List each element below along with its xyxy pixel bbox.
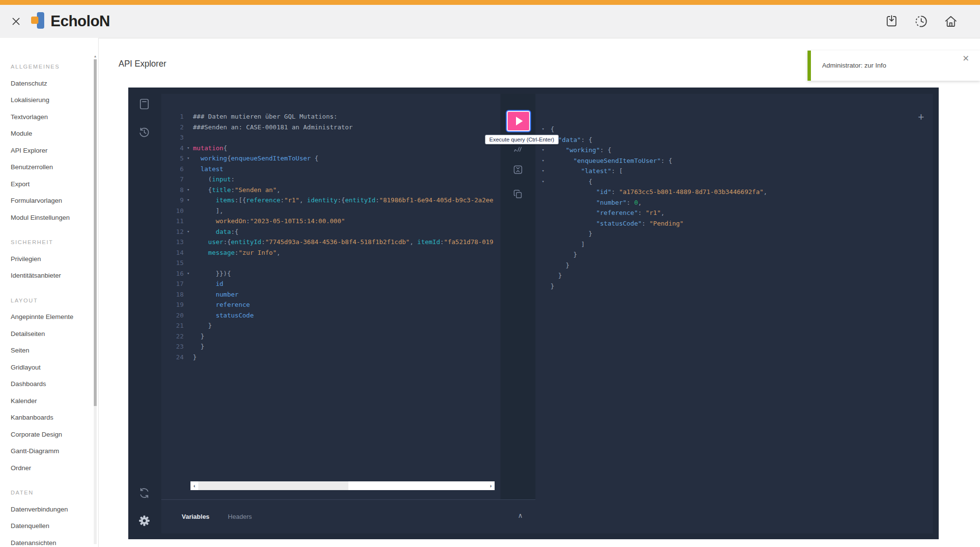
scroll-up-arrow-icon[interactable]: ▲ [93, 54, 97, 58]
add-tab-icon[interactable]: + [918, 112, 924, 122]
query-line[interactable]: 10 ], [161, 206, 500, 216]
sidebar-item-kalender[interactable]: Kalender [11, 393, 98, 410]
sidebar-item-datenansichten[interactable]: Datenansichten [11, 535, 98, 547]
close-icon [11, 16, 21, 27]
settings-sidebar: ALLGEMEINESDatenschutzLokalisierungTextv… [0, 38, 99, 547]
sidebar-item-modul-einstellungen[interactable]: Modul Einstellungen [11, 210, 98, 227]
refetch-schema-button[interactable] [138, 487, 151, 499]
response-viewer: ▾{▾ "data": {▾ "working": {▾ "enqueueSen… [535, 124, 933, 291]
collapse-chevron-icon[interactable]: ∧ [518, 512, 523, 519]
fold-arrow-icon[interactable]: ▾ [184, 195, 193, 206]
sidebar-item-angepinnte-elemente[interactable]: Angepinnte Elemente [11, 309, 98, 326]
sidebar-item-dashboards[interactable]: Dashboards [11, 376, 98, 393]
sidebar-item-corporate-design[interactable]: Corporate Design [11, 426, 98, 443]
prettify-icon [513, 144, 523, 155]
merge-icon [513, 164, 523, 175]
sidebar-scrollbar[interactable]: ▲ [93, 38, 97, 547]
query-line[interactable]: 4▾mutation{ [161, 143, 500, 154]
scroll-left-button[interactable]: ‹ [190, 481, 198, 490]
query-line[interactable]: 11 workedOn:"2023-05-10T15:14:00.000" [161, 216, 500, 227]
sidebar-item-export[interactable]: Export [11, 176, 98, 193]
refresh-icon [138, 487, 151, 499]
history-panel-button[interactable] [138, 126, 151, 139]
sidebar-item-formularvorlagen[interactable]: Formularvorlagen [11, 193, 98, 210]
sidebar-item-datenquellen[interactable]: Datenquellen [11, 518, 98, 535]
scroll-right-button[interactable]: › [487, 481, 495, 490]
sidebar-item-ordner[interactable]: Ordner [11, 460, 98, 477]
query-line[interactable]: 1### Daten mutieren über GQL Mutations: [161, 111, 500, 122]
sidebar-item-identit-tsanbieter[interactable]: Identitätsanbieter [11, 267, 98, 284]
query-line[interactable]: 15 [161, 258, 500, 268]
fold-spacer [184, 320, 193, 331]
query-line[interactable]: 7 (input: [161, 174, 500, 185]
sidebar-item-gantt-diagramm[interactable]: Gantt-Diagramm [11, 443, 98, 460]
fold-arrow-icon[interactable]: ▾ [184, 268, 193, 279]
merge-fragments-button[interactable] [513, 164, 523, 175]
fold-arrow-icon[interactable]: ▾ [184, 185, 193, 195]
query-line[interactable]: 22 } [161, 331, 500, 342]
query-line[interactable]: 2###Senden an: CASE-000181 an Administra… [161, 122, 500, 133]
sidebar-item-seiten[interactable]: Seiten [11, 342, 98, 359]
query-line[interactable]: 20 statusCode [161, 310, 500, 321]
scroll-thumb[interactable] [198, 481, 348, 490]
fold-arrow-icon[interactable]: ▾ [542, 176, 544, 187]
fold-arrow-icon[interactable]: ▾ [542, 124, 544, 135]
query-line[interactable]: 6 latest [161, 164, 500, 175]
scroll-track[interactable] [198, 481, 487, 490]
query-line[interactable]: 12▾ data:{ [161, 227, 500, 237]
response-line: ▾ "enqueueSendItemToUser": { [535, 156, 933, 166]
topbar-actions [884, 5, 959, 38]
query-editor[interactable]: 1### Daten mutieren über GQL Mutations:2… [161, 94, 500, 362]
editor-horizontal-scrollbar[interactable]: ‹ › [190, 481, 495, 490]
response-pane: + ▾{▾ "data": {▾ "working": {▾ "enqueueS… [535, 94, 933, 533]
fold-arrow-icon[interactable]: ▾ [542, 156, 544, 166]
sidebar-item-api-explorer[interactable]: API Explorer [11, 142, 98, 159]
sidebar-item-datenverbindungen[interactable]: Datenverbindungen [11, 501, 98, 518]
execute-query-button[interactable] [506, 110, 531, 132]
query-line[interactable]: 9▾ items:[{reference:"r1", identity:{ent… [161, 195, 500, 206]
close-window-button[interactable] [8, 13, 24, 30]
prettify-button[interactable] [513, 144, 523, 155]
sidebar-scroll-thumb[interactable] [94, 59, 97, 406]
query-line[interactable]: 3 [161, 132, 500, 143]
query-line[interactable]: 23 } [161, 341, 500, 352]
query-line[interactable]: 13 user:{entityId:"7745d93a-3684-4536-b8… [161, 237, 500, 247]
fold-arrow-icon[interactable]: ▾ [542, 166, 544, 176]
response-line: } [535, 249, 933, 260]
sidebar-item-lokalisierung[interactable]: Lokalisierung [11, 92, 98, 109]
notification-toast: Administrator: zur Info ✕ [808, 51, 980, 81]
query-line[interactable]: 5▾ working{enqueueSendItemToUser { [161, 153, 500, 164]
docs-button[interactable] [138, 98, 151, 110]
query-line[interactable]: 24} [161, 352, 500, 363]
fold-arrow-icon[interactable]: ▾ [184, 227, 193, 237]
fold-arrow-icon[interactable]: ▾ [184, 143, 193, 154]
sidebar-item-kanbanboards[interactable]: Kanbanboards [11, 409, 98, 426]
app-window: EcholoN [0, 0, 980, 547]
tab-variables[interactable]: Variables [182, 513, 209, 520]
sidebar-item-datenschutz[interactable]: Datenschutz [11, 75, 98, 92]
tab-headers[interactable]: Headers [228, 513, 252, 520]
query-line[interactable]: 8▾ {title:"Senden an", [161, 185, 500, 195]
query-line[interactable]: 21 } [161, 320, 500, 331]
sidebar-item-module[interactable]: Module [11, 125, 98, 142]
fold-arrow-icon[interactable]: ▾ [184, 153, 193, 164]
sidebar-item-benutzerrollen[interactable]: Benutzerrollen [11, 159, 98, 176]
query-line[interactable]: 14 message:"zur Info", [161, 247, 500, 258]
copy-query-button[interactable] [513, 189, 523, 199]
query-line[interactable]: 18 number [161, 289, 500, 300]
query-line[interactable]: 17 id [161, 279, 500, 289]
home-button[interactable] [943, 14, 959, 29]
toast-close-button[interactable]: ✕ [963, 53, 969, 64]
sidebar-item-gridlayout[interactable]: Gridlayout [11, 359, 98, 376]
fold-arrow-icon[interactable]: ▾ [542, 145, 544, 156]
query-line[interactable]: 19 reference [161, 300, 500, 310]
sidebar-item-detailseiten[interactable]: Detailseiten [11, 326, 98, 343]
sidebar-item-privilegien[interactable]: Privilegien [11, 251, 98, 268]
settings-button[interactable] [138, 514, 151, 527]
import-button[interactable] [884, 14, 899, 29]
sidebar-item-textvorlagen[interactable]: Textvorlagen [11, 109, 98, 126]
fold-spacer [184, 122, 193, 133]
history-button[interactable] [913, 14, 929, 29]
query-line[interactable]: 16▾ }}){ [161, 268, 500, 279]
query-editor-pane[interactable]: 1### Daten mutieren über GQL Mutations:2… [161, 94, 500, 533]
